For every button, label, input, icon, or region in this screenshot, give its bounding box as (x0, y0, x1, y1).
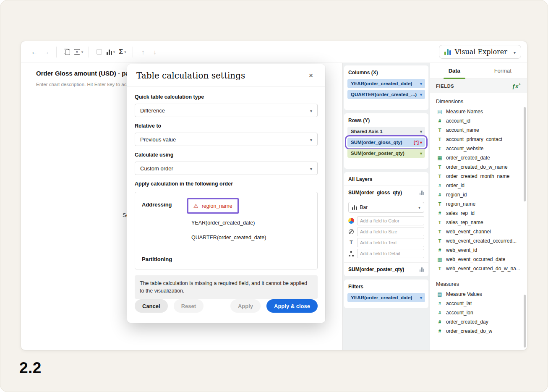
field-item[interactable]: web_event_occurred_date (430, 255, 527, 264)
field-item[interactable]: order_created_date (430, 153, 527, 162)
tab-format[interactable]: Format (479, 63, 527, 78)
reset-button[interactable]: Reset (174, 299, 204, 313)
text-field-input[interactable] (357, 238, 424, 247)
chevron-down-icon[interactable] (420, 140, 422, 145)
modal-header: Table calculation settings (127, 64, 325, 86)
row-pill-gloss[interactable]: SUM(order_gloss_qty) [*] (347, 138, 425, 147)
chevron-down-icon[interactable] (420, 151, 422, 156)
chevron-down-icon[interactable] (420, 92, 422, 97)
detail-field-input[interactable] (357, 249, 424, 258)
field-label: account_lat (446, 301, 472, 306)
version-label: 2.2 (19, 359, 42, 377)
field-item[interactable]: web_event_id (430, 246, 527, 255)
field-item[interactable]: order_created_day (430, 317, 527, 327)
chevron-down-icon[interactable] (310, 107, 312, 114)
chevron-down-icon[interactable] (310, 136, 312, 143)
filter-pill[interactable]: YEAR(order_created_date) (347, 293, 425, 302)
field-item[interactable]: web_event_occurred_do_w_na... (430, 264, 527, 273)
rows-shelf-title: Rows (Y) (344, 113, 428, 127)
shared-axis-selector[interactable]: Shared Axis 1 (347, 127, 425, 136)
chevron-down-icon[interactable] (418, 204, 420, 210)
scrollbar-thumb[interactable] (524, 295, 526, 348)
field-item[interactable]: order_id (430, 181, 527, 190)
field-item[interactable]: account_name (430, 125, 527, 135)
field-item[interactable]: region_id (430, 190, 527, 199)
row-pill-poster[interactable]: SUM(order_poster_qty) (347, 149, 425, 158)
calculate-using-select[interactable]: Custom order (135, 162, 318, 175)
apply-button[interactable]: Apply (230, 299, 261, 313)
toolbar-left (29, 46, 161, 58)
toolbar-divider (89, 47, 89, 57)
layer-row-gloss[interactable]: SUM(order_gloss_qty) (344, 186, 428, 199)
columns-shelf: Columns (X) YEAR(order_created_date) QUA… (344, 65, 428, 110)
measure-icon (437, 109, 443, 115)
sort-descending-icon[interactable] (149, 46, 161, 58)
scrollbar-thumb[interactable] (524, 107, 526, 201)
crop-icon[interactable] (93, 46, 105, 58)
filters-title: Filters (344, 280, 428, 293)
field-item[interactable]: order_created_do_w (430, 327, 527, 336)
app-switcher[interactable]: Visual Explorer (439, 45, 521, 59)
addressing-list: region_name YEAR(order_created_date) QUA… (187, 198, 311, 243)
field-item[interactable]: order_created_do_w_name (430, 162, 527, 172)
field-item[interactable]: Measure Values (430, 290, 527, 299)
size-field-input[interactable] (357, 227, 424, 236)
field-label: account_id (446, 118, 470, 124)
layer-row-poster[interactable]: SUM(order_poster_qty) (344, 262, 428, 276)
filters-pill-stack: YEAR(order_created_date) (344, 293, 428, 302)
chart-type-icon[interactable] (105, 46, 117, 58)
shared-axis-label: Shared Axis 1 (351, 129, 383, 134)
chevron-down-icon[interactable] (420, 295, 422, 300)
field-label: order_created_month_name (446, 173, 509, 179)
column-pill[interactable]: QUARTER(order_created_...) (347, 90, 425, 99)
field-label: order_id (446, 183, 464, 188)
addressing-item[interactable]: YEAR(order_created_date) (187, 217, 311, 228)
color-field-input[interactable] (357, 216, 424, 225)
sort-ascending-icon[interactable] (137, 46, 149, 58)
chevron-down-icon[interactable] (420, 81, 422, 86)
field-item[interactable]: Measure Names (430, 107, 527, 116)
size-icon (349, 229, 354, 234)
addressing-item[interactable]: QUARTER(order_created_date) (187, 232, 311, 243)
cancel-button[interactable]: Cancel (135, 299, 168, 313)
field-label: web_event_occurred_do_w_na... (446, 266, 520, 272)
field-item[interactable]: account_website (430, 144, 527, 153)
field-item[interactable]: web_event_channel (430, 227, 527, 236)
back-arrow-icon[interactable] (29, 46, 40, 58)
column-pill[interactable]: YEAR(order_created_date) (347, 79, 425, 88)
chevron-down-icon[interactable] (310, 165, 312, 172)
add-calculation-icon[interactable] (512, 82, 521, 89)
addressing-label: Addressing (142, 198, 187, 243)
field-item[interactable]: account_lon (430, 308, 527, 317)
number-icon (437, 329, 443, 334)
relative-to-select[interactable]: Previous value (135, 133, 318, 146)
addressing-item[interactable]: region_name (187, 198, 239, 214)
bar-chart-icon (420, 190, 425, 195)
field-item[interactable]: sales_rep_name (430, 218, 527, 227)
field-item[interactable]: web_event_created_occurred... (430, 236, 527, 246)
forward-arrow-icon[interactable] (40, 46, 52, 58)
close-icon[interactable] (306, 71, 316, 81)
calc-type-select[interactable]: Difference (135, 104, 318, 117)
mark-type-select[interactable]: Bar (348, 202, 424, 213)
chevron-down-icon[interactable] (420, 129, 422, 134)
apply-and-close-button[interactable]: Apply & close (266, 299, 318, 313)
field-item[interactable]: account_primary_contact (430, 135, 527, 144)
field-item[interactable]: order_created_month_name (430, 172, 527, 181)
modal-footer: Cancel Reset Apply Apply & close (127, 293, 325, 323)
text-icon (437, 229, 443, 234)
field-item[interactable]: account_id (430, 116, 527, 125)
delete-icon (74, 49, 80, 55)
number-icon (437, 310, 443, 315)
field-item[interactable]: sales_rep_id (430, 209, 527, 218)
field-item[interactable]: account_lat (430, 299, 527, 308)
duplicate-icon[interactable] (61, 46, 73, 58)
aggregate-sigma-icon[interactable] (117, 46, 128, 58)
tab-data[interactable]: Data (430, 63, 479, 78)
toolbar-divider (133, 47, 133, 57)
calc-type-label: Quick table calculation type (135, 94, 318, 100)
pill-label: QUARTER(order_created_...) (351, 92, 420, 97)
layer-label: SUM(order_poster_qty) (348, 267, 404, 272)
delete-element-icon[interactable] (73, 46, 84, 58)
field-item[interactable]: region_name (430, 199, 527, 209)
